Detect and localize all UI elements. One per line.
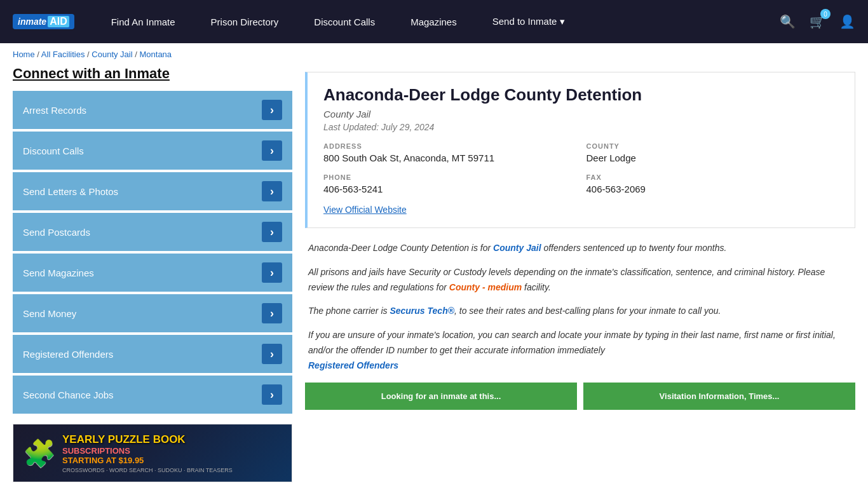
description-area: Anaconda-Deer Lodge County Detention is … (305, 241, 855, 374)
facility-updated: Last Updated: July 29, 2024 (323, 122, 839, 132)
sidebar-item-label: Second Chance Jobs (23, 390, 114, 400)
facility-card: Anaconda-Deer Lodge County Detention Cou… (305, 72, 855, 228)
nav-magazines[interactable]: Magazines (393, 0, 475, 43)
header-icons: 🔍 🛒 0 👤 (780, 14, 855, 29)
main-layout: Connect with an Inmate Arrest Records › … (0, 65, 868, 482)
nav-discount-calls[interactable]: Discount Calls (296, 0, 393, 43)
sidebar-item-second-chance-jobs[interactable]: Second Chance Jobs › (13, 376, 292, 414)
bottom-buttons: Looking for an inmate at this... Visitat… (305, 383, 855, 410)
main-nav: Find An Inmate Prison Directory Discount… (93, 0, 780, 43)
desc-para2-text: All prisons and jails have Security or C… (308, 267, 825, 292)
breadcrumb-county-jail[interactable]: County Jail (92, 50, 132, 59)
arrow-icon: › (262, 344, 282, 364)
sidebar-item-discount-calls[interactable]: Discount Calls › (13, 132, 292, 170)
sidebar-item-label: Send Money (23, 308, 76, 319)
sidebar-item-label: Send Letters & Photos (23, 186, 118, 197)
county-jail-link[interactable]: County Jail (493, 243, 541, 253)
sidebar-ad[interactable]: 🧩 YEARLY PUZZLE BOOK SUBSCRIPTIONS START… (13, 424, 292, 482)
desc-para-3: The phone carrier is Securus Tech®, to s… (308, 304, 852, 319)
arrow-icon: › (262, 100, 282, 120)
county-value: Deer Lodge (587, 152, 839, 163)
sidebar-item-send-postcards[interactable]: Send Postcards › (13, 213, 292, 251)
fax-block: FAX 406-563-2069 (587, 173, 839, 194)
nav-send-to-inmate[interactable]: Send to Inmate ▾ (475, 0, 583, 43)
sidebar-title: Connect with an Inmate (13, 65, 292, 82)
address-value: 800 South Oak St, Anaconda, MT 59711 (323, 152, 576, 163)
facility-title: Anaconda-Deer Lodge County Detention (323, 85, 839, 105)
phone-value: 406-563-5241 (323, 184, 576, 194)
registered-offenders-link[interactable]: Registered Offenders (308, 360, 398, 370)
arrow-icon: › (262, 262, 282, 283)
nav-prison-directory[interactable]: Prison Directory (193, 0, 297, 43)
phone-label: PHONE (323, 173, 576, 181)
desc-para-2: All prisons and jails have Security or C… (308, 265, 852, 295)
sidebar-item-arrest-records[interactable]: Arrest Records › (13, 91, 292, 129)
ad-title: YEARLY PUZZLE BOOK (62, 433, 233, 446)
phone-block: PHONE 406-563-5241 (323, 173, 576, 194)
arrow-icon: › (262, 181, 282, 201)
search-icon[interactable]: 🔍 (780, 14, 796, 29)
sidebar-item-label: Arrest Records (23, 105, 86, 116)
breadcrumb-state[interactable]: Montana (139, 50, 172, 59)
sidebar-item-label: Send Postcards (23, 227, 90, 238)
desc-para-4: If you are unsure of your inmate's locat… (308, 328, 852, 373)
arrow-icon: › (262, 384, 282, 405)
county-label: COUNTY (587, 142, 839, 150)
official-website-link[interactable]: View Official Website (323, 205, 407, 215)
sidebar-item-send-letters[interactable]: Send Letters & Photos › (13, 172, 292, 210)
ad-subtitle: SUBSCRIPTIONS (62, 446, 233, 456)
desc-para3-suffix: , to see their rates and best-calling pl… (454, 306, 721, 316)
looking-for-inmate-button[interactable]: Looking for an inmate at this... (305, 383, 577, 410)
breadcrumb: Home / All Facilities / County Jail / Mo… (0, 43, 868, 65)
desc-para4-text: If you are unsure of your inmate's locat… (308, 330, 836, 355)
logo-inmate-text: inmate (18, 17, 46, 27)
user-icon[interactable]: 👤 (839, 14, 855, 29)
info-grid: ADDRESS 800 South Oak St, Anaconda, MT 5… (323, 142, 839, 194)
county-block: COUNTY Deer Lodge (587, 142, 839, 163)
ad-text: YEARLY PUZZLE BOOK SUBSCRIPTIONS STARTIN… (62, 433, 233, 473)
desc-para2-suffix: facility. (522, 282, 551, 292)
sidebar-item-label: Send Magazines (23, 268, 94, 278)
sidebar-item-send-magazines[interactable]: Send Magazines › (13, 254, 292, 292)
arrow-icon: › (262, 303, 282, 323)
sidebar-item-label: Discount Calls (23, 146, 84, 156)
nav-find-inmate[interactable]: Find An Inmate (93, 0, 193, 43)
desc-para1-prefix: Anaconda-Deer Lodge County Detention is … (308, 243, 493, 253)
ad-desc: CROSSWORDS · WORD SEARCH · SUDOKU · BRAI… (62, 467, 233, 473)
sidebar-item-label: Registered Offenders (23, 349, 113, 360)
sidebar: Connect with an Inmate Arrest Records › … (13, 65, 292, 482)
sidebar-item-send-money[interactable]: Send Money › (13, 294, 292, 332)
desc-para1-suffix: offenders sentenced up to twenty four mo… (541, 243, 727, 253)
cart-icon[interactable]: 🛒 0 (810, 14, 825, 29)
fax-value: 406-563-2069 (587, 184, 839, 194)
breadcrumb-home[interactable]: Home (13, 50, 35, 59)
content-area: Anaconda-Deer Lodge County Detention Cou… (305, 65, 855, 482)
breadcrumb-all-facilities[interactable]: All Facilities (41, 50, 85, 59)
county-medium-link[interactable]: County - medium (449, 282, 522, 292)
arrow-icon: › (262, 140, 282, 161)
address-block: ADDRESS 800 South Oak St, Anaconda, MT 5… (323, 142, 576, 163)
site-header: inmate AID Find An Inmate Prison Directo… (0, 0, 868, 43)
fax-label: FAX (587, 173, 839, 181)
puzzle-graphic: 🧩 (23, 438, 56, 469)
cart-badge: 0 (820, 9, 831, 19)
address-label: ADDRESS (323, 142, 576, 150)
facility-type: County Jail (323, 109, 839, 119)
ad-inner: 🧩 YEARLY PUZZLE BOOK SUBSCRIPTIONS START… (13, 424, 292, 482)
visitation-info-button[interactable]: Visitation Information, Times... (583, 383, 855, 410)
sidebar-menu: Arrest Records › Discount Calls › Send L… (13, 91, 292, 414)
desc-para3-prefix: The phone carrier is (308, 306, 390, 316)
ad-price: STARTING AT $19.95 (62, 456, 233, 465)
arrow-icon: › (262, 222, 282, 242)
logo[interactable]: inmate AID (13, 14, 74, 29)
sidebar-item-registered-offenders[interactable]: Registered Offenders › (13, 335, 292, 373)
securus-link[interactable]: Securus Tech® (390, 306, 454, 316)
desc-para-1: Anaconda-Deer Lodge County Detention is … (308, 241, 852, 256)
logo-aid-text: AID (48, 16, 69, 27)
